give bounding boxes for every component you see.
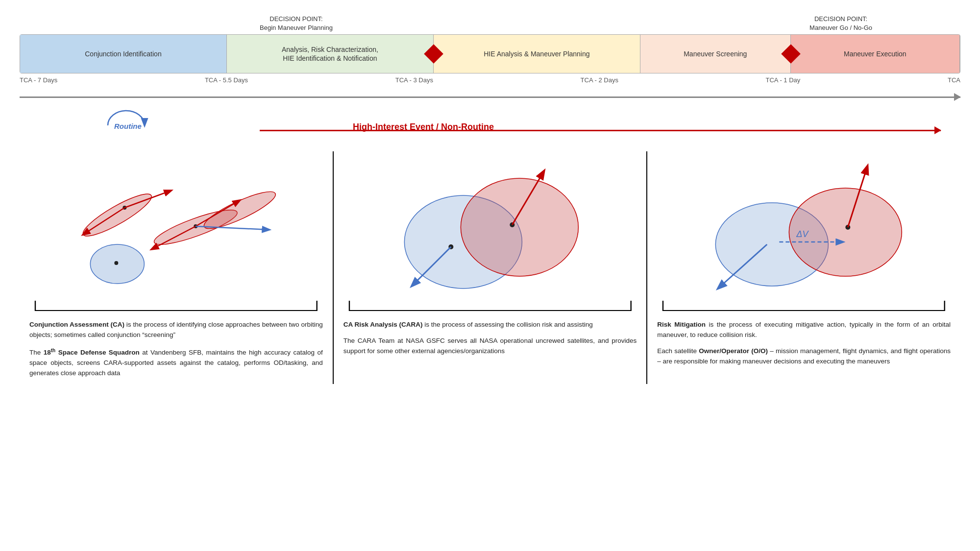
decision1-line2: Begin Maneuver Planning — [260, 24, 333, 31]
svg-text:ΔV: ΔV — [796, 229, 809, 239]
tca-label-3: TCA - 2 Days — [581, 76, 618, 84]
tbox-screening-label: Maneuver Screening — [684, 49, 747, 58]
diagram-2-svg — [343, 151, 637, 298]
arrow-row — [20, 89, 960, 108]
tca-row: TCA - 7 Days TCA - 5.5 Days TCA - 3 Days… — [20, 73, 960, 84]
desc3-p2start: Each satellite — [657, 347, 699, 355]
desc-3: Risk Mitigation is the process of execut… — [657, 320, 951, 367]
decision-label-1: DECISION POINT: Begin Maneuver Planning — [260, 15, 333, 32]
svg-point-15 — [461, 178, 578, 276]
hie-label: High-Interest Event / Non-Routine — [353, 122, 494, 132]
bracket-2 — [343, 298, 637, 313]
tbox-conjunction: Conjunction Identification — [20, 35, 227, 73]
desc1-p2start: The — [29, 349, 44, 356]
col-3: ΔV Risk Mitigation is the process of exe… — [647, 151, 960, 384]
desc3-bold2: Owner/Operator (O/O) — [699, 347, 768, 355]
tbox-screening: Maneuver Screening — [640, 35, 791, 73]
decision-labels: DECISION POINT: Begin Maneuver Planning … — [20, 15, 960, 34]
desc-1: Conjunction Assessment (CA) is the proce… — [29, 320, 323, 378]
svg-point-2 — [114, 261, 118, 265]
desc1-bold2: 18th Space Defense Squadron — [44, 349, 140, 356]
diagram-1 — [29, 151, 323, 298]
diagram-3-svg: ΔV — [657, 151, 951, 298]
decision2-line2: Maneuver Go / No-Go — [809, 24, 872, 31]
hie-arrow-row: High-Interest Event / Non-Routine — [20, 123, 960, 141]
tbox-hie-label: HIE Analysis & Maneuver Planning — [484, 49, 589, 58]
diagram-2 — [343, 151, 637, 298]
desc2-para2: The CARA Team at NASA GSFC serves all NA… — [343, 336, 637, 357]
tbox-execution-label: Maneuver Execution — [844, 49, 906, 58]
bracket-2-svg — [343, 298, 637, 313]
desc2-bold1: CA Risk Analysis (CARA) — [343, 321, 423, 328]
tca-label-2: TCA - 3 Days — [395, 76, 433, 84]
desc3-bold1: Risk Mitigation — [657, 321, 706, 328]
col-2: CA Risk Analysis (CARA) is the process o… — [334, 151, 647, 384]
bracket-1 — [29, 298, 323, 313]
tbox-hie: HIE Analysis & Maneuver Planning — [434, 35, 640, 73]
columns-section: Conjunction Assessment (CA) is the proce… — [20, 151, 960, 384]
desc1-bold1: Conjunction Assessment (CA) — [29, 321, 124, 328]
decision-label-2: DECISION POINT: Maneuver Go / No-Go — [809, 15, 872, 32]
tbox-execution: Maneuver Execution — [791, 35, 960, 73]
decision1-line1: DECISION POINT: — [270, 15, 322, 23]
diagram-1-svg — [29, 151, 323, 298]
diagram-3: ΔV — [657, 151, 951, 298]
tca-label-1: TCA - 5.5 Days — [205, 76, 248, 84]
main-arrow — [20, 96, 960, 98]
timeline-boxes: Conjunction Identification Analysis, Ris… — [20, 34, 960, 73]
desc-2: CA Risk Analysis (CARA) is the process o… — [343, 320, 637, 357]
tbox-analysis-label: Analysis, Risk Characterization,HIE Iden… — [282, 45, 378, 63]
page: DECISION POINT: Begin Maneuver Planning … — [0, 0, 980, 551]
col-1: Conjunction Assessment (CA) is the proce… — [20, 151, 333, 384]
tbox-analysis: Analysis, Risk Characterization,HIE Iden… — [227, 35, 434, 73]
timeline-section: Conjunction Identification Analysis, Ris… — [20, 34, 960, 84]
bracket-3 — [657, 298, 951, 313]
tca-label-0: TCA - 7 Days — [20, 76, 57, 84]
bracket-3-svg — [657, 298, 951, 313]
tbox-conjunction-label: Conjunction Identification — [85, 49, 161, 58]
tca-label-4: TCA - 1 Day — [766, 76, 801, 84]
svg-point-3 — [79, 188, 156, 242]
bracket-1-svg — [29, 298, 323, 313]
desc1-sup: th — [51, 347, 55, 353]
decision2-line1: DECISION POINT: — [814, 15, 867, 23]
desc2-rest1: is the process of assessing the collisio… — [422, 321, 592, 328]
tca-label-5: TCA — [948, 76, 960, 84]
